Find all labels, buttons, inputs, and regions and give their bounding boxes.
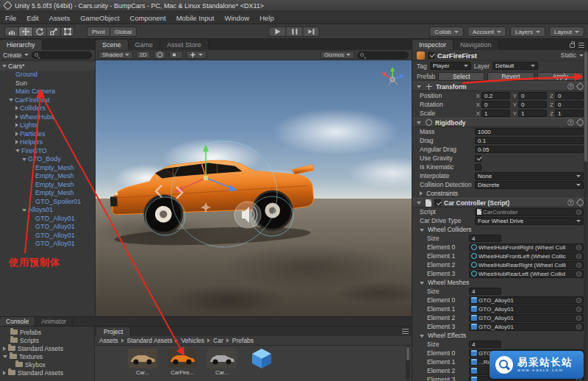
tab-navigation[interactable]: Navigation	[453, 40, 499, 50]
menu-component[interactable]: Component	[125, 12, 171, 24]
wheel-mesh-object-field[interactable]: GTO_Alloy01	[469, 323, 584, 331]
gear-icon[interactable]	[577, 83, 584, 90]
collab-dropdown[interactable]: Collab	[429, 26, 464, 37]
scale-tool-button[interactable]	[46, 26, 60, 37]
breadcrumb-prefabs[interactable]: Prefabs	[232, 337, 254, 344]
object-picker-icon[interactable]	[576, 307, 581, 312]
scene-search-input[interactable]	[357, 51, 409, 59]
project-scrollbar[interactable]	[406, 346, 410, 380]
folder-prefabs[interactable]: Prefabs	[0, 328, 94, 336]
tab-inspector[interactable]: Inspector	[412, 40, 453, 50]
rotation-y-field[interactable]: 0	[518, 101, 547, 108]
foldout-icon[interactable]	[22, 209, 26, 212]
hierarchy-item[interactable]: GTO_Body	[0, 155, 95, 164]
asset-item[interactable]: Car...	[126, 348, 159, 381]
scale-y-field[interactable]: 1	[518, 110, 547, 117]
object-picker-icon[interactable]	[576, 245, 581, 250]
menu-gameobject[interactable]: GameObject	[75, 12, 124, 24]
hierarchy-item[interactable]: WheelHubs	[0, 113, 95, 121]
step-button[interactable]	[303, 26, 320, 37]
prefab-select-button[interactable]: Select	[438, 72, 484, 81]
foldout-icon[interactable]	[417, 121, 421, 124]
gizmos-dropdown[interactable]: Gizmos	[320, 51, 354, 59]
hierarchy-item-carfirefirst[interactable]: CarFireFirst	[0, 96, 95, 104]
wheel-collider-object-field[interactable]: WheelHubFrontRight (Wheel Coll	[469, 243, 584, 252]
wheel-effects-foldout[interactable]: Wheel Effects	[412, 331, 588, 340]
position-z-field[interactable]: 0	[555, 92, 584, 99]
foldout-icon[interactable]	[15, 115, 18, 119]
foldout-icon[interactable]	[15, 123, 18, 127]
tab-asset-store[interactable]: Asset Store	[160, 40, 209, 50]
size-field[interactable]: 4	[469, 341, 501, 348]
foldout-icon[interactable]	[15, 149, 20, 152]
gear-icon[interactable]	[577, 119, 584, 126]
object-picker-icon[interactable]	[576, 271, 581, 277]
hierarchy-item[interactable]: Colliders	[0, 104, 95, 113]
tab-animator[interactable]: Animator	[35, 317, 73, 326]
hierarchy-search-input[interactable]	[32, 51, 92, 59]
global-button[interactable]: Global	[110, 26, 137, 37]
foldout-icon[interactable]	[9, 99, 13, 102]
rigidbody-component-header[interactable]: Rigidbody ?	[412, 118, 588, 127]
move-tool-button[interactable]	[18, 26, 32, 37]
foldout-icon[interactable]	[417, 202, 421, 204]
hierarchy-item[interactable]: Empty_Mesh	[0, 172, 95, 181]
is-kinematic-checkbox[interactable]	[475, 164, 481, 171]
tab-game[interactable]: Game	[129, 40, 161, 50]
foldout-icon[interactable]	[15, 132, 18, 136]
scale-z-field[interactable]: 1	[555, 110, 584, 117]
rotation-x-field[interactable]: 0	[481, 101, 510, 108]
car-drive-type-dropdown[interactable]: Four Wheel Drive	[475, 217, 584, 225]
breadcrumb-vehicles[interactable]: Vehicles	[181, 337, 204, 344]
hierarchy-item[interactable]: Ground	[0, 71, 95, 79]
prefab-apply-button[interactable]: Apply	[537, 72, 584, 81]
breadcrumb-standard-assets[interactable]: Standard Assets	[127, 337, 173, 344]
object-picker-icon[interactable]	[576, 298, 581, 303]
tab-console[interactable]: Console	[0, 317, 35, 326]
hierarchy-item[interactable]: GTO_Alloy01	[0, 223, 95, 232]
scene-orientation-gizmo[interactable]	[379, 65, 406, 91]
pivot-button[interactable]: Pivot	[87, 26, 110, 37]
hierarchy-item[interactable]: Sun	[0, 79, 95, 88]
hierarchy-item[interactable]: FireGTO	[0, 146, 95, 155]
breadcrumb-car[interactable]: Car	[213, 337, 223, 344]
wheel-mesh-object-field[interactable]: GTO_Alloy01	[469, 296, 584, 305]
menu-window[interactable]: Window	[219, 12, 254, 24]
hierarchy-item[interactable]: Lights	[0, 121, 95, 130]
wheel-meshes-foldout[interactable]: Wheel Meshes	[412, 278, 588, 287]
foldout-icon[interactable]	[420, 229, 424, 232]
wheel-collider-object-field[interactable]: WheelHubRearRight (Wheel Colli	[469, 261, 584, 269]
asset-item[interactable]: Car...	[205, 348, 239, 381]
hierarchy-item[interactable]: Empty_Mesh	[0, 163, 95, 172]
folder-scripts[interactable]: Scripts	[0, 336, 94, 344]
help-icon[interactable]: ?	[567, 119, 574, 126]
hierarchy-item[interactable]: Empty_Mesh	[0, 189, 95, 198]
create-button[interactable]: Create	[3, 51, 29, 59]
hierarchy-item[interactable]: Cars*	[0, 62, 95, 71]
object-picker-icon[interactable]	[576, 316, 581, 321]
menu-file[interactable]: File	[0, 12, 21, 24]
hierarchy-item[interactable]: Main Camera	[0, 88, 95, 96]
active-checkbox[interactable]	[428, 52, 434, 59]
foldout-icon[interactable]	[420, 282, 424, 285]
layers-dropdown[interactable]: Layers	[510, 26, 545, 37]
hierarchy-item[interactable]: Alloys01	[0, 206, 95, 215]
toggle-2d-button[interactable]: 2D	[136, 51, 151, 59]
foldout-icon[interactable]	[3, 355, 7, 358]
foldout-icon[interactable]	[15, 140, 18, 144]
wheel-mesh-object-field[interactable]: GTO_Alloy01	[469, 314, 584, 322]
foldout-icon[interactable]	[420, 335, 424, 338]
hierarchy-item[interactable]: Particles	[0, 129, 95, 138]
wheel-mesh-object-field[interactable]: GTO_Alloy01	[469, 305, 584, 313]
component-enabled-checkbox[interactable]	[434, 199, 441, 206]
gear-icon[interactable]	[577, 199, 584, 206]
hierarchy-item[interactable]: Empty_Mesh	[0, 180, 95, 189]
inspector-scrollbar[interactable]	[584, 51, 587, 380]
play-button[interactable]	[269, 26, 286, 37]
scale-x-field[interactable]: 1	[481, 110, 510, 117]
position-x-field[interactable]: 0.2	[481, 92, 510, 99]
lighting-toggle-button[interactable]	[154, 51, 166, 59]
car-controller-component-header[interactable]: Car Controller (Script) ?	[412, 198, 588, 207]
asset-item-carfire[interactable]: CarFire...	[165, 348, 199, 381]
size-field[interactable]: 4	[469, 235, 501, 242]
